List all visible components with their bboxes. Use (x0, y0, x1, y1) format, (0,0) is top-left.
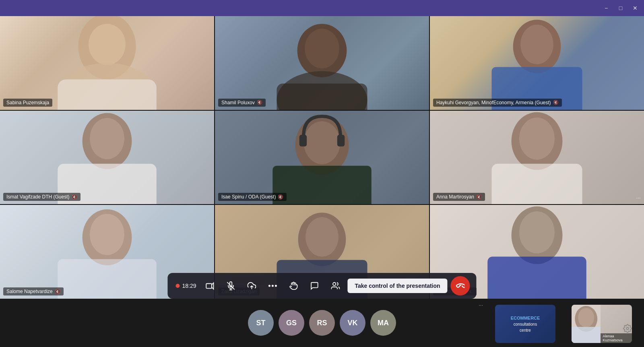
video-cell-5: Isae Spinu / ODA (Guest) 🔇 (215, 111, 429, 204)
take-control-button[interactable]: Take control of the presentation (347, 279, 447, 293)
participant-name-7: Salome Napetvardize (6, 289, 53, 294)
participant-name-6: Anna Martirosyan (436, 194, 474, 200)
video-cell-1: Sabina Puzemskaja (0, 16, 214, 110)
participant-label-2: Shamil Poluxov 🔇 (218, 99, 266, 107)
participant-label-6: Anna Martirosyan 🔇 (433, 193, 485, 201)
participant-label-7: Salome Napetvardize 🔇 (3, 287, 64, 295)
participant-name-4: Ismat Vagifzade DTH (Guest) (6, 194, 70, 200)
participant-name-5: Isae Spinu / ODA (Guest) (221, 194, 276, 200)
svg-point-58 (333, 283, 336, 285)
video-grid: Sabina Puzemskaja Shamil Poluxov 🔇 (0, 16, 644, 299)
svg-rect-25 (491, 163, 582, 204)
end-call-button[interactable] (451, 276, 470, 295)
svg-rect-48 (487, 257, 586, 299)
recording-timer: 18:29 (175, 283, 196, 289)
svg-point-56 (272, 285, 274, 287)
svg-point-28 (90, 214, 124, 255)
face-5 (215, 111, 429, 204)
video-cell-4: Ismat Vagifzade DTH (Guest) 🔇 (0, 111, 214, 204)
svg-point-57 (275, 285, 277, 287)
chat-button[interactable] (305, 277, 323, 295)
participant-label-4: Ismat Vagifzade DTH (Guest) 🔇 (3, 193, 80, 201)
minimize-button[interactable]: − (602, 4, 610, 12)
bottom-strip: ··· ST GS RS VK MA eCommerce consultatio… (0, 299, 644, 347)
participant-name-2: Shamil Poluxov (221, 100, 255, 105)
raise-hand-button[interactable] (285, 277, 302, 295)
svg-rect-7 (277, 83, 367, 109)
recording-dot (175, 284, 180, 288)
video-cell-3: Haykuhi Gevorgyan, MinofEconomy, Armenia… (430, 16, 644, 110)
participant-label-3: Haykuhi Gevorgyan, MinofEconomy, Armenia… (433, 99, 562, 107)
close-button[interactable]: ✕ (631, 4, 639, 12)
video-cell-6: Anna Martirosyan 🔇 ··· (430, 111, 644, 204)
avatar-MA[interactable]: MA (370, 310, 396, 336)
svg-point-14 (90, 118, 124, 159)
svg-point-61 (578, 308, 594, 327)
face-1 (0, 16, 214, 110)
svg-rect-62 (572, 327, 601, 343)
mute-button[interactable] (222, 277, 239, 295)
svg-rect-19 (299, 135, 307, 147)
svg-point-63 (626, 327, 629, 330)
participant-name-1: Sabina Puzemskaja (6, 100, 49, 105)
svg-rect-49 (206, 284, 212, 289)
face-2 (215, 16, 429, 110)
ecommerce-card: eCommerce consultations centre (495, 305, 555, 343)
participant-label-1: Sabina Puzemskaja (3, 99, 52, 107)
avatar-ST[interactable]: ST (248, 310, 274, 336)
mic-muted-icon-2: 🔇 (257, 100, 262, 105)
strip-more-options[interactable]: ··· (479, 302, 483, 308)
face-6 (430, 111, 644, 204)
participants-button[interactable] (326, 277, 344, 295)
avatar-strip: ··· ST GS RS VK MA eCommerce consultatio… (8, 299, 636, 347)
more-options-button-6[interactable]: ··· (636, 194, 641, 201)
mic-muted-icon-5: 🔇 (278, 194, 283, 200)
face-4 (0, 111, 214, 204)
share-button[interactable] (243, 277, 260, 295)
ecommerce-line1: eCommerce (511, 316, 540, 320)
toolbar: 18:29 (167, 273, 476, 299)
svg-point-18 (304, 121, 340, 164)
title-bar-controls: − □ ✕ (602, 4, 639, 12)
svg-rect-20 (337, 135, 345, 147)
ecommerce-line2: consultations (514, 322, 537, 326)
mic-muted-icon-3: 🔇 (553, 100, 559, 105)
svg-point-10 (520, 25, 553, 64)
avatar-GS[interactable]: GS (279, 310, 304, 336)
svg-rect-3 (58, 79, 157, 109)
timer-display: 18:29 (182, 283, 196, 289)
svg-point-55 (268, 285, 270, 287)
svg-rect-21 (272, 165, 372, 204)
camera-button[interactable] (201, 277, 219, 295)
svg-rect-29 (58, 259, 157, 299)
settings-icon[interactable] (623, 324, 632, 335)
more-button[interactable] (264, 277, 281, 295)
participant-label-5: Isae Spinu / ODA (Guest) 🔇 (218, 193, 287, 201)
mic-muted-icon-6: 🔇 (476, 194, 482, 200)
svg-point-43 (305, 217, 339, 257)
ecommerce-line3: centre (520, 328, 531, 333)
video-cell-2: Shamil Poluxov 🔇 (215, 16, 429, 110)
mic-muted-icon-7: 🔇 (55, 289, 60, 294)
mic-muted-icon-4: 🔇 (72, 194, 77, 200)
avatar-VK[interactable]: VK (340, 310, 365, 336)
title-bar: − □ ✕ (0, 0, 644, 16)
svg-point-5 (305, 29, 339, 68)
maximize-button[interactable]: □ (617, 4, 625, 12)
svg-point-1 (89, 24, 126, 65)
avatar-RS[interactable]: RS (309, 310, 335, 336)
face-3 (430, 16, 644, 110)
participant-name-3: Haykuhi Gevorgyan, MinofEconomy, Armenia… (436, 100, 551, 105)
svg-point-24 (519, 118, 555, 159)
svg-point-47 (519, 211, 555, 253)
